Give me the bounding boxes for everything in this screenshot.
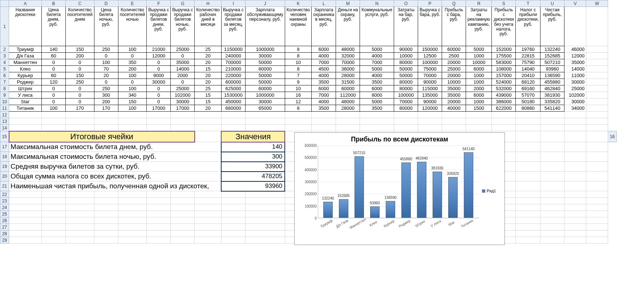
summary-value[interactable]: 93960 [221, 181, 285, 191]
empty-cell[interactable] [586, 198, 608, 204]
empty-cell[interactable] [394, 118, 418, 125]
empty-cell[interactable] [147, 198, 171, 204]
data-cell[interactable]: 35000 [171, 59, 195, 66]
empty-cell[interactable] [171, 204, 195, 211]
empty-cell[interactable] [221, 224, 245, 230]
data-cell[interactable]: 25000 [442, 66, 466, 72]
data-cell[interactable]: 20000 [442, 72, 466, 79]
empty-cell[interactable] [540, 118, 564, 125]
data-cell[interactable]: 4000 [312, 53, 336, 59]
summary-value[interactable]: 478205 [221, 172, 285, 181]
summary-label[interactable]: Общая сумма налога со всех дискотек, руб… [9, 172, 222, 181]
cell[interactable] [586, 79, 608, 85]
empty-cell[interactable] [171, 125, 195, 131]
data-cell[interactable]: 455880 [540, 79, 564, 85]
data-cell[interactable]: 220000 [221, 72, 245, 79]
data-cell[interactable]: 0 [42, 66, 66, 72]
row-header[interactable]: 11 [0, 105, 9, 112]
empty-cell[interactable] [564, 142, 586, 152]
data-cell[interactable]: 0 [42, 85, 66, 92]
empty-cell[interactable] [586, 181, 608, 191]
header-cell[interactable]: Прибыль с бара, руб. [442, 7, 466, 46]
data-cell[interactable]: 0 [66, 66, 94, 72]
row-header[interactable]: 26 [0, 217, 9, 224]
empty-cell[interactable] [516, 172, 540, 181]
data-cell[interactable]: 250 [94, 46, 118, 53]
empty-cell[interactable] [564, 172, 586, 181]
empty-cell[interactable] [564, 237, 586, 244]
empty-cell[interactable] [42, 112, 66, 118]
row-header[interactable]: 20 [0, 172, 9, 181]
col-header-J[interactable]: J [245, 0, 285, 7]
empty-cell[interactable] [42, 211, 66, 217]
empty-cell[interactable] [360, 112, 394, 118]
empty-cell[interactable] [94, 217, 118, 224]
data-cell[interactable]: 15 [195, 99, 222, 105]
data-cell[interactable]: 80000 [394, 105, 418, 112]
header-cell[interactable]: Деньги на охрану, руб. [336, 7, 360, 46]
data-cell[interactable]: 21000 [147, 46, 171, 53]
empty-cell[interactable] [516, 118, 540, 125]
empty-cell[interactable] [94, 112, 118, 118]
empty-cell[interactable] [564, 118, 586, 125]
data-cell[interactable]: 93960 [540, 66, 564, 72]
data-cell[interactable]: 4000 [360, 72, 394, 79]
data-cell[interactable]: 0 [42, 59, 66, 66]
header-cell[interactable]: Количество посетителей ночью [118, 7, 147, 46]
data-cell[interactable]: 90000 [394, 46, 418, 53]
empty-cell[interactable] [147, 118, 171, 125]
row-header[interactable]: 15 [0, 131, 9, 142]
empty-cell[interactable] [245, 118, 285, 125]
data-cell[interactable]: 6000 [466, 92, 492, 99]
empty-cell[interactable] [195, 217, 222, 224]
empty-cell[interactable] [66, 125, 94, 131]
empty-cell[interactable] [285, 125, 311, 131]
empty-cell[interactable] [147, 217, 171, 224]
empty-cell[interactable] [42, 204, 66, 211]
data-cell[interactable]: 350 [118, 59, 147, 66]
empty-cell[interactable] [147, 237, 171, 244]
row-header[interactable]: 4 [0, 59, 9, 66]
profit-chart[interactable]: Прибыль по всем дискотекам01000002000003… [294, 132, 505, 245]
empty-cell[interactable] [586, 217, 608, 224]
empty-cell[interactable] [360, 118, 394, 125]
empty-cell[interactable] [564, 191, 586, 198]
empty-cell[interactable] [171, 112, 195, 118]
data-cell[interactable]: 10000 [466, 59, 492, 66]
empty-cell[interactable] [516, 204, 540, 211]
data-cell[interactable]: 0 [94, 53, 118, 59]
data-cell[interactable]: 1150000 [221, 46, 245, 53]
row-header[interactable]: 22 [0, 191, 9, 198]
empty-cell[interactable] [564, 204, 586, 211]
col-header-T[interactable]: T [516, 0, 540, 7]
empty-cell[interactable] [118, 118, 147, 125]
disco-name[interactable]: Роджер [9, 79, 42, 85]
data-cell[interactable]: 507210 [540, 59, 564, 66]
col-header-D[interactable]: D [94, 0, 118, 7]
row-header[interactable]: 24 [0, 204, 9, 211]
row-header[interactable]: 16 [608, 131, 617, 142]
empty-cell[interactable] [418, 118, 442, 125]
header-cell[interactable]: Цена билета ночью, руб. [94, 7, 118, 46]
empty-cell[interactable] [42, 191, 66, 198]
data-cell[interactable]: 102000 [171, 92, 195, 99]
empty-cell[interactable] [94, 204, 118, 211]
data-cell[interactable]: 1000000 [245, 92, 285, 99]
data-cell[interactable]: 200 [118, 66, 147, 72]
summary-label[interactable]: Средняя выручка билетов за сутки, руб. [9, 162, 222, 172]
data-cell[interactable]: 100 [118, 85, 147, 92]
data-cell[interactable]: 0 [118, 53, 147, 59]
data-cell[interactable]: 1000 [466, 99, 492, 105]
empty-cell[interactable] [586, 152, 608, 162]
data-cell[interactable]: 3500 [360, 105, 394, 112]
empty-cell[interactable] [221, 191, 245, 198]
empty-cell[interactable] [586, 172, 608, 181]
empty-cell[interactable] [336, 118, 360, 125]
col-header-W[interactable]: W [586, 0, 608, 7]
data-cell[interactable]: 680000 [221, 105, 245, 112]
empty-cell[interactable] [492, 125, 516, 131]
data-cell[interactable]: 70000 [336, 59, 360, 66]
row-header[interactable]: 2 [0, 46, 9, 53]
empty-cell[interactable] [540, 125, 564, 131]
empty-cell[interactable] [394, 112, 418, 118]
